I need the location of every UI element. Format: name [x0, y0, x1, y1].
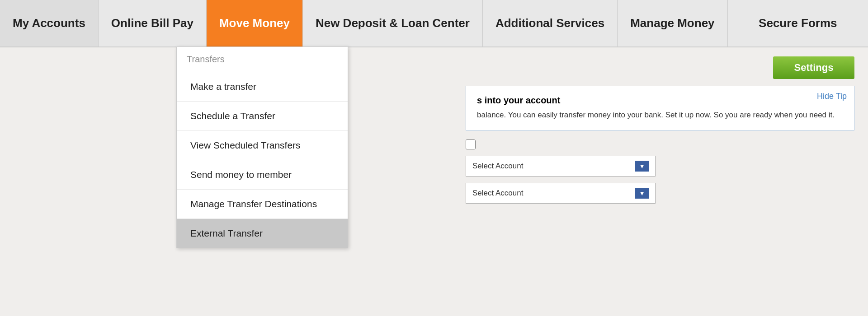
dropdown-item-external-transfer[interactable]: External Transfer — [177, 219, 348, 248]
select-account-2[interactable]: Select Account ▼ — [466, 183, 656, 204]
dropdown-header: Transfers — [177, 47, 348, 72]
nav-item-move-money[interactable]: Move Money — [207, 0, 303, 46]
dropdown-item-manage-destinations[interactable]: Manage Transfer Destinations — [177, 190, 348, 219]
dropdown-item-send-money-member[interactable]: Send money to member — [177, 160, 348, 190]
dropdown-item-make-transfer[interactable]: Make a transfer — [177, 72, 348, 102]
nav-item-online-bill-pay[interactable]: Online Bill Pay — [99, 0, 207, 46]
select-account-1-label: Select Account — [472, 162, 523, 171]
select-account-1[interactable]: Select Account ▼ — [466, 156, 656, 177]
checkbox-row — [466, 139, 854, 149]
select-account-1-arrow: ▼ — [635, 161, 649, 172]
settings-bar: Settings — [14, 56, 854, 79]
tip-title: s into your account — [477, 95, 843, 106]
form-area: Select Account ▼ Select Account ▼ — [466, 139, 854, 204]
hide-tip-link[interactable]: Hide Tip — [817, 92, 847, 101]
tip-box: Hide Tip s into your account balance. Yo… — [466, 86, 854, 130]
nav-item-manage-money[interactable]: Manage Money — [618, 0, 727, 46]
select-account-2-arrow: ▼ — [635, 188, 649, 199]
nav-item-my-accounts[interactable]: My Accounts — [0, 0, 99, 46]
settings-button[interactable]: Settings — [773, 56, 854, 79]
select-row-1: Select Account ▼ — [466, 156, 854, 177]
top-nav: My Accounts Online Bill Pay Move Money N… — [0, 0, 868, 47]
move-money-dropdown: Transfers Make a transfer Schedule a Tra… — [176, 46, 348, 248]
nav-item-additional-services[interactable]: Additional Services — [483, 0, 618, 46]
nav-item-secure-forms[interactable]: Secure Forms — [728, 0, 868, 46]
dropdown-item-view-scheduled[interactable]: View Scheduled Transfers — [177, 131, 348, 160]
select-account-2-label: Select Account — [472, 189, 523, 198]
tip-body: balance. You can easily transfer money i… — [477, 109, 843, 121]
select-row-2: Select Account ▼ — [466, 183, 854, 204]
main-content: Settings Hide Tip s into your account ba… — [0, 47, 868, 213]
checkbox-input[interactable] — [466, 139, 476, 149]
dropdown-item-schedule-transfer[interactable]: Schedule a Transfer — [177, 102, 348, 131]
nav-item-new-deposit-loan[interactable]: New Deposit & Loan Center — [303, 0, 483, 46]
